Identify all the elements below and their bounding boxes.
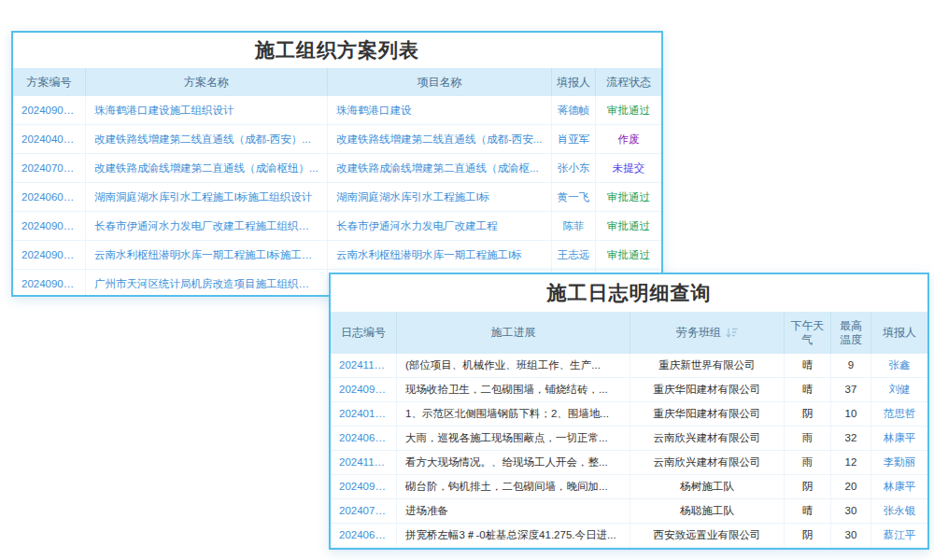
plan-name-link[interactable]: 湖南洞庭湖水库引水工程施工I标施工组织设计: [86, 183, 328, 211]
log-id-link[interactable]: 2024090004: [331, 378, 397, 401]
log-table-title: 施工日志明细查询: [331, 274, 927, 312]
max-temp-value: 9: [831, 354, 871, 377]
log-id-link[interactable]: 2024060003: [331, 427, 397, 450]
max-temp-value: 32: [831, 427, 871, 450]
reporter-name[interactable]: 肖亚军: [552, 125, 596, 153]
status-badge: 作废: [596, 125, 661, 153]
reporter-name[interactable]: 蒋德帧: [552, 96, 596, 124]
table-row: 2024060004 湖南洞庭湖水库引水工程施工I标施工组织设计 湖南洞庭湖水库…: [13, 183, 661, 212]
log-id-link[interactable]: 2024090009: [331, 475, 397, 498]
log-reporter-name[interactable]: 林康平: [871, 427, 927, 450]
project-name-link[interactable]: 长春市伊通河水力发电厂改建工程: [328, 212, 552, 240]
plan-id-link[interactable]: 2024090006: [13, 212, 86, 240]
progress-text: 大雨，巡视各施工现场围蔽点，一切正常...: [397, 427, 630, 450]
plan-name-link[interactable]: 改建铁路成渝线增建第二直通线（成渝枢纽）...: [86, 154, 328, 182]
weather-value: 雨: [785, 451, 831, 474]
log-reporter-name[interactable]: 林康平: [871, 475, 927, 498]
reporter-name[interactable]: 黄一飞: [552, 183, 596, 211]
labor-team-name: 西安致远置业有限公司: [630, 524, 785, 547]
log-reporter-name[interactable]: 蔡江平: [871, 524, 927, 547]
status-badge: 未提交: [596, 154, 661, 182]
plan-name-link[interactable]: 广州市天河区统计局机房改造项目施工组织设计: [86, 270, 328, 297]
weather-value: 晴: [785, 378, 831, 401]
plan-name-link[interactable]: 长春市伊通河水力发电厂改建工程施工组织设计: [86, 212, 328, 240]
col-progress: 施工进展: [397, 312, 630, 354]
plan-id-link[interactable]: 2024090006: [13, 270, 86, 297]
plan-id-link[interactable]: 2024040002: [13, 125, 86, 153]
project-name-link[interactable]: 湖南洞庭湖水库引水工程施工I标: [328, 183, 552, 211]
weather-value: 阴: [785, 402, 831, 426]
log-id-link[interactable]: 2024110001: [331, 451, 397, 474]
plan-name-link[interactable]: 改建铁路线增建第二线直通线（成都-西安）...: [86, 125, 328, 153]
status-badge: 审批通过: [596, 212, 661, 240]
log-reporter-name[interactable]: 张鑫: [871, 354, 927, 377]
max-temp-value: 30: [831, 524, 871, 547]
project-name-link[interactable]: 云南水利枢纽潜明水库一期工程施工I标: [328, 241, 552, 269]
max-temp-value: 12: [831, 451, 871, 474]
reporter-name[interactable]: 张小东: [552, 154, 596, 182]
project-name-link[interactable]: 改建铁路线增建第二线直通线（成都-西安...: [328, 125, 552, 153]
table-row: 2024090007 珠海鹤港口建设施工组织设计 珠海鹤港口建设 蒋德帧 审批通…: [13, 96, 661, 125]
max-temp-value: 10: [831, 402, 871, 426]
log-reporter-name[interactable]: 刘健: [871, 378, 927, 401]
table-row: 2024090005 云南水利枢纽潜明水库一期工程施工I标施工组... 云南水利…: [13, 241, 661, 270]
plan-id-link[interactable]: 2024090005: [13, 241, 86, 269]
progress-text: 拼宽桥左幅3＃-0桩基总深度41.275.今日进...: [397, 524, 630, 547]
plan-table-card: 施工组织方案列表 方案编号 方案名称 项目名称 填报人 流程状态 2024090…: [11, 31, 663, 297]
col-plan-name: 方案名称: [86, 68, 328, 96]
progress-text: 看方大现场情况。、给现场工人开会，整...: [397, 451, 630, 474]
sort-icon[interactable]: [726, 328, 738, 338]
plan-table-header: 方案编号 方案名称 项目名称 填报人 流程状态: [13, 68, 661, 96]
plan-name-link[interactable]: 云南水利枢纽潜明水库一期工程施工I标施工组...: [86, 241, 328, 269]
table-row: 2024070011 进场准备 杨聪施工队 晴 30 张永银: [331, 499, 927, 524]
weather-value: 晴: [785, 354, 831, 377]
labor-team-name: 重庆华阳建材有限公司: [630, 402, 785, 426]
plan-name-link[interactable]: 珠海鹤港口建设施工组织设计: [86, 96, 328, 124]
reporter-name[interactable]: 王志远: [552, 241, 596, 269]
plan-id-link[interactable]: 2024070005: [13, 154, 86, 182]
col-flow-status: 流程状态: [596, 68, 661, 96]
log-reporter-name[interactable]: 张永银: [871, 499, 927, 523]
table-row: 2024090009 砌台阶，钩机排土，二包砌间墙，晚间加... 杨树施工队 阴…: [331, 475, 927, 499]
plan-id-link[interactable]: 2024090007: [13, 96, 86, 124]
table-row: 2024110001 看方大现场情况。、给现场工人开会，整... 云南欣兴建材有…: [331, 451, 927, 475]
progress-text: 1、示范区北侧围墙钢筋下料；2、围墙地...: [397, 402, 630, 426]
table-row: 2024060003 大雨，巡视各施工现场围蔽点，一切正常... 云南欣兴建材有…: [331, 427, 927, 451]
log-id-link[interactable]: 2024010004: [331, 402, 397, 426]
plan-id-link[interactable]: 2024060004: [13, 183, 86, 211]
table-row: 2024110013 (部位项目、机械作业、班组工作、生产... 重庆新世界有限…: [331, 354, 927, 378]
plan-table-title: 施工组织方案列表: [13, 33, 661, 68]
weather-value: 雨: [785, 427, 831, 450]
col-reporter: 填报人: [552, 68, 596, 96]
col-plan-id: 方案编号: [13, 68, 86, 96]
labor-team-name: 重庆新世界有限公司: [630, 354, 785, 377]
col-log-id: 日志编号: [331, 312, 397, 354]
table-row: 2024090004 现场收拾卫生，二包砌围墙，铺烧结砖，... 重庆华阳建材有…: [331, 378, 927, 402]
labor-team-name: 重庆华阳建材有限公司: [630, 378, 785, 401]
col-afternoon-weather: 下午天气: [785, 312, 831, 354]
table-row: 2024070005 改建铁路成渝线增建第二直通线（成渝枢纽）... 改建铁路成…: [13, 154, 661, 183]
log-table-card: 施工日志明细查询 日志编号 施工进展 劳务班组 下午天气 最高温度 填报人 20…: [329, 273, 929, 550]
labor-team-name: 杨聪施工队: [630, 499, 785, 523]
project-name-link[interactable]: 珠海鹤港口建设: [328, 96, 552, 124]
progress-text: 进场准备: [397, 499, 630, 523]
log-id-link[interactable]: 20240650002: [331, 524, 397, 547]
progress-text: 现场收拾卫生，二包砌围墙，铺烧结砖，...: [397, 378, 630, 401]
col-labor-team[interactable]: 劳务班组: [630, 312, 785, 354]
reporter-name[interactable]: 陈菲: [552, 212, 596, 240]
col-log-reporter: 填报人: [871, 312, 927, 354]
weather-value: 阴: [785, 524, 831, 547]
table-row: 2024040002 改建铁路线增建第二线直通线（成都-西安）... 改建铁路线…: [13, 125, 661, 154]
log-id-link[interactable]: 2024070011: [331, 499, 397, 523]
log-id-link[interactable]: 2024110013: [331, 354, 397, 377]
log-table-body: 2024110013 (部位项目、机械作业、班组工作、生产... 重庆新世界有限…: [331, 354, 927, 548]
progress-text: (部位项目、机械作业、班组工作、生产...: [397, 354, 630, 377]
log-reporter-name[interactable]: 范思哲: [871, 402, 927, 426]
plan-table-body: 2024090007 珠海鹤港口建设施工组织设计 珠海鹤港口建设 蒋德帧 审批通…: [13, 96, 661, 297]
labor-team-name: 云南欣兴建材有限公司: [630, 451, 785, 474]
project-name-link[interactable]: 改建铁路成渝线增建第二直通线（成渝枢...: [328, 154, 552, 182]
status-badge: 审批通过: [596, 96, 661, 124]
col-max-temp: 最高温度: [831, 312, 871, 354]
log-reporter-name[interactable]: 李勤丽: [871, 451, 927, 474]
table-row: 2024010004 1、示范区北侧围墙钢筋下料；2、围墙地... 重庆华阳建材…: [331, 402, 927, 427]
